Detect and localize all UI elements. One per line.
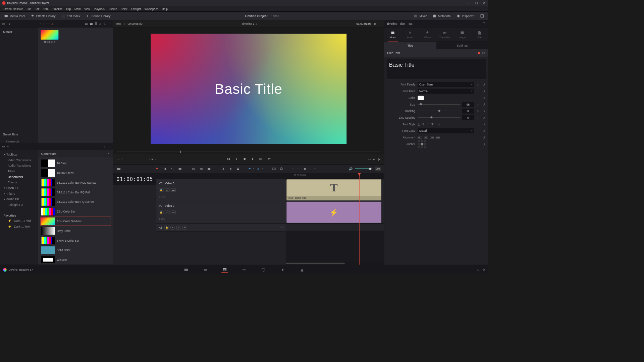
track-lane-a1[interactable] xyxy=(286,224,384,232)
reset-icon[interactable]: ↺ xyxy=(482,135,485,139)
track-header-v2[interactable]: V2Video 2 🔒▭▬ 1 Clip xyxy=(156,201,286,224)
maximize-button[interactable]: ▢ xyxy=(474,1,478,5)
color-page-icon[interactable] xyxy=(260,267,267,273)
timeline-tracks[interactable]: 01:00:00:00 01:00:02:00 01:00:04:00 T Te… xyxy=(286,173,384,265)
sort-icon[interactable]: ⇅ xyxy=(103,22,106,26)
settings-icon[interactable]: ⚙ xyxy=(482,268,485,272)
solo-icon[interactable]: S xyxy=(176,226,181,229)
generator-item[interactable]: Window xyxy=(40,255,111,264)
play-button[interactable] xyxy=(250,157,255,162)
zoom-out-icon[interactable]: − xyxy=(292,167,293,171)
title-clip[interactable]: T Text - Basic Title xyxy=(286,179,381,200)
menu-help[interactable]: Help xyxy=(162,7,168,10)
panel-options-icon[interactable]: ⋯ xyxy=(108,145,111,148)
anchor-grid[interactable] xyxy=(418,140,426,148)
flag-icon[interactable]: ⚑ xyxy=(248,167,251,171)
viewer-scrubber[interactable] xyxy=(117,152,380,153)
menu-mark[interactable]: Mark xyxy=(74,7,81,10)
cut-page-icon[interactable] xyxy=(202,267,209,273)
next-edit-icon[interactable]: › xyxy=(155,157,156,161)
track-lane-v3[interactable]: T Text - Basic Title xyxy=(286,179,384,201)
inspector-tab-transition[interactable]: Transition xyxy=(436,27,453,42)
generator-item[interactable]: BT.2111 Color Bar PQ Narrow xyxy=(40,197,111,206)
timeline-clip-thumb[interactable]: Timeline 1 xyxy=(41,30,58,43)
bin-view-icon[interactable]: ▭ xyxy=(2,22,5,26)
tree-audiofx[interactable]: ▾Audio FX xyxy=(0,196,38,202)
tree-generators[interactable]: Generators xyxy=(0,174,38,180)
generator-item[interactable]: 100mV Steps xyxy=(40,169,111,178)
timeline-ruler[interactable]: 01:00:00:00 01:00:02:00 01:00:04:00 xyxy=(286,173,384,179)
lock-track-icon[interactable]: 🔒 xyxy=(159,188,164,192)
linespacing-value[interactable]: 0 xyxy=(462,115,474,120)
lock-icon[interactable] xyxy=(235,166,240,171)
tree-filters[interactable]: ▸Filters xyxy=(0,191,38,196)
menu-color[interactable]: Color xyxy=(121,7,127,10)
tree-video-transitions[interactable]: Video Transitions xyxy=(0,157,38,163)
fairlight-page-icon[interactable] xyxy=(279,267,286,273)
mute-icon[interactable]: M xyxy=(183,226,187,229)
tree-titles[interactable]: Titles xyxy=(0,169,38,174)
menu-edit[interactable]: Edit xyxy=(35,7,39,10)
viewer-mode-dropdown[interactable]: ▾ xyxy=(121,158,123,161)
menu-view[interactable]: View xyxy=(84,7,90,10)
strike-button[interactable]: T xyxy=(422,122,424,126)
sub-button[interactable]: T₁ xyxy=(437,122,440,126)
reset-icon[interactable]: ↺ xyxy=(482,89,485,93)
reset-icon[interactable]: ↺ xyxy=(482,122,485,126)
lock-track-icon[interactable]: 🔒 xyxy=(159,210,164,214)
font-family-select[interactable]: Open Sans▾ xyxy=(418,82,474,87)
trim-tool[interactable] xyxy=(162,166,167,171)
stop-button[interactable] xyxy=(242,157,247,162)
viewer-timeline-name[interactable]: Timeline 1 xyxy=(241,22,254,25)
viewer[interactable]: Basic Title xyxy=(113,27,384,150)
keyframe-icon[interactable]: ◇ xyxy=(477,110,480,112)
full-screen-toggle[interactable] xyxy=(479,13,486,19)
snap-toggle[interactable] xyxy=(220,166,225,171)
nav-fwd-icon[interactable]: › xyxy=(43,22,44,26)
expand-icon[interactable]: ⛶ xyxy=(483,22,485,25)
toolbox-root[interactable]: ▾Toolbox xyxy=(0,152,38,158)
tree-effects[interactable]: Effects xyxy=(0,180,38,185)
zoom-in-icon[interactable]: + xyxy=(314,167,316,171)
media-page-icon[interactable] xyxy=(183,267,190,273)
reset-icon[interactable]: ↺ xyxy=(482,109,485,113)
reset-icon[interactable]: ↺ xyxy=(482,83,485,86)
generator-item[interactable]: BT.2111 Color Bar HLG Narrow xyxy=(40,178,111,187)
menu-clip[interactable]: Clip xyxy=(66,7,71,10)
tc-menu-icon[interactable]: ⊚ xyxy=(374,22,376,25)
metadata-toggle[interactable]: Metadata xyxy=(431,13,452,19)
edit-index-toggle[interactable]: Edit Index xyxy=(60,13,82,19)
timeline-scrollbar[interactable] xyxy=(286,262,384,265)
arm-icon[interactable]: ● xyxy=(170,226,175,229)
richtext-input[interactable]: Basic Title xyxy=(386,59,486,79)
replace-tool[interactable] xyxy=(206,166,211,171)
goto-end-button[interactable] xyxy=(259,157,263,162)
keyframe-icon[interactable]: ◇ xyxy=(477,103,480,106)
keyframe-icon[interactable]: ◇ xyxy=(477,83,480,86)
reset-icon[interactable]: ↺ xyxy=(482,129,485,133)
zoom-level[interactable]: 40% xyxy=(116,22,121,25)
timeline-timecode[interactable]: 01:00:01:05 xyxy=(113,173,156,185)
menu-timeline[interactable]: Timeline xyxy=(52,7,62,10)
reset-icon[interactable]: ↺ xyxy=(482,116,485,119)
menu-fusion[interactable]: Fusion xyxy=(109,7,117,10)
fusion-page-icon[interactable] xyxy=(241,267,248,273)
zoom-fit-icon[interactable] xyxy=(279,166,284,171)
sound-library-toggle[interactable]: Sound Library xyxy=(85,13,112,19)
close-button[interactable]: ✕ xyxy=(483,1,486,5)
timeline-view-icon[interactable] xyxy=(116,166,121,171)
options-icon[interactable]: ⋯ xyxy=(108,22,111,26)
view-grid-icon[interactable]: ▦ xyxy=(90,22,93,26)
panel-view-icon[interactable]: ▭ xyxy=(2,145,5,148)
edit-page-icon[interactable] xyxy=(221,267,228,273)
goto-start-button[interactable] xyxy=(226,157,230,162)
align-center-button[interactable] xyxy=(424,136,428,139)
home-icon[interactable]: ⌂ xyxy=(477,268,479,272)
keyframe-icon[interactable]: ◇ xyxy=(477,116,480,119)
volume-icon[interactable]: 🔊 xyxy=(349,167,353,171)
disable-track-icon[interactable]: ▬ xyxy=(171,210,176,214)
generator-item[interactable]: SMPTE Color Bar xyxy=(40,236,111,245)
font-face-select[interactable]: Normal▾ xyxy=(418,89,474,94)
media-pool-toggle[interactable]: Media Pool xyxy=(3,13,26,19)
inspector-tab-effects[interactable]: Effects xyxy=(419,27,436,42)
